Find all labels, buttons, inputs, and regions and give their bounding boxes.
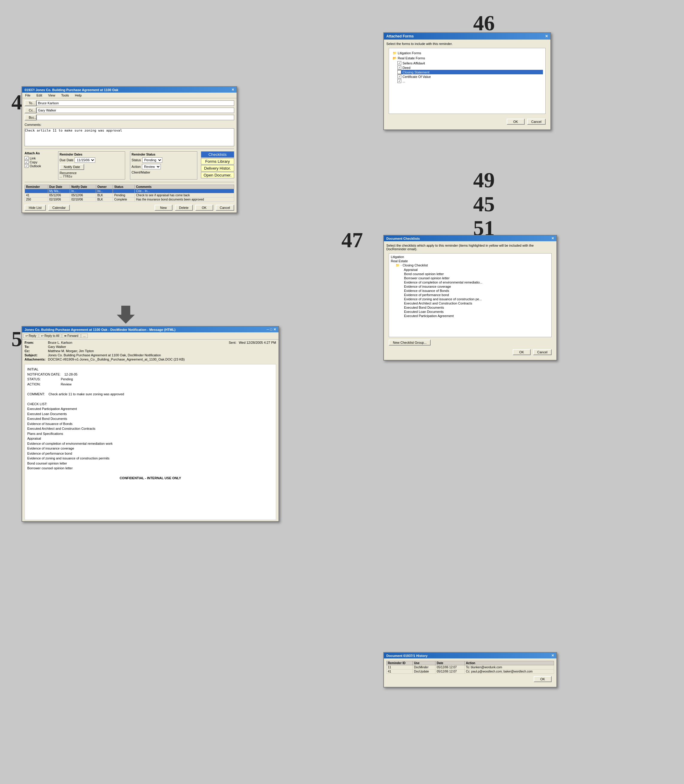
- bcc-button[interactable]: Bcc...: [24, 115, 37, 120]
- cc-value: Matthew M. Morgan; Jim Tipton: [48, 349, 94, 353]
- cl-borrower-counsel[interactable]: Borrower counsel opinion letter: [400, 276, 550, 280]
- checklist-tree: Litigation Real Estate 📁 · Closing Check…: [389, 253, 552, 337]
- number-45: 45: [473, 192, 495, 217]
- table-row[interactable]: 41 05/12/06 05/12/06 BLK Pending Check t…: [25, 193, 234, 197]
- to-button[interactable]: To...: [24, 100, 37, 106]
- attach-copy[interactable]: Copy: [24, 160, 55, 164]
- body-cl-6: Plans and Specifications: [27, 431, 273, 436]
- cl-bond-docs[interactable]: Executed Bond Documents: [400, 306, 550, 310]
- closing-statement-checkbox[interactable]: [397, 70, 401, 74]
- cl-litigation[interactable]: Litigation: [390, 255, 550, 259]
- certificate-of-value-checkbox[interactable]: [397, 74, 401, 79]
- open-document-button[interactable]: Open Documer.: [201, 172, 234, 178]
- close-reminder-window-button[interactable]: ✕: [231, 88, 234, 92]
- new-button[interactable]: New: [155, 205, 173, 211]
- attach-link[interactable]: Link: [24, 156, 55, 160]
- history-ok-button[interactable]: OK: [534, 676, 552, 682]
- tree-litigation-forms[interactable]: 📁 Litigation Forms: [391, 51, 543, 56]
- cl-appraisal[interactable]: Appraisal: [400, 268, 550, 272]
- cl-architect[interactable]: Executed Architect and Construction Cont…: [400, 301, 550, 306]
- email-toolbar-more[interactable]: ...: [81, 333, 88, 338]
- attached-forms-description: Select the forms to include with this re…: [386, 42, 548, 45]
- cl-real-estate[interactable]: Real Estate: [390, 259, 550, 263]
- menu-view[interactable]: View: [48, 93, 56, 97]
- bcc-field[interactable]: [37, 115, 234, 120]
- menu-tools[interactable]: Tools: [60, 93, 69, 97]
- close-checklist-button[interactable]: ✕: [551, 236, 554, 240]
- reminder-titlebar: 01937/ Jones Co. Building Purchase Agree…: [22, 87, 237, 92]
- notify-date-button[interactable]: Notify Date: [60, 164, 84, 170]
- action-select[interactable]: Review: [142, 164, 161, 169]
- attach-outlook[interactable]: Outlook: [24, 164, 55, 168]
- table-row[interactable]: My Ma... In... Ini... Crie... In...: [25, 189, 234, 193]
- reminder-cancel-button[interactable]: Cancel: [216, 205, 234, 211]
- copy-checkbox[interactable]: [24, 160, 29, 164]
- forms-library-button[interactable]: Forms Library: [201, 158, 234, 165]
- reply-all-button[interactable]: ↩ Reply to All: [39, 333, 61, 338]
- link-checkbox[interactable]: [24, 156, 29, 160]
- deed-checkbox[interactable]: [397, 66, 401, 70]
- to-field[interactable]: [37, 100, 234, 106]
- menu-file[interactable]: File: [24, 93, 31, 97]
- status-select[interactable]: Pending: [142, 157, 162, 163]
- close-email-button[interactable]: ✕: [273, 328, 276, 331]
- body-confidential: CONFIDENTIAL - INTERNAL USE ONLY: [27, 475, 273, 481]
- cl-participation[interactable]: Executed Participation Agreement: [400, 314, 550, 318]
- new-checklist-group-button[interactable]: New Checklist Group...: [389, 339, 431, 346]
- other-checkbox[interactable]: [397, 79, 401, 83]
- close-history-button[interactable]: ✕: [551, 654, 554, 658]
- cl-loan-docs[interactable]: Executed Loan Documents: [400, 310, 550, 314]
- body-cl-13: Borrower counsel opinion letter: [27, 466, 273, 471]
- email-body: INITIAL NOTIFICATION DATE: 12-28-05 STAT…: [24, 364, 276, 520]
- cl-zoning[interactable]: Evidence of zoning and issuance of const…: [400, 297, 550, 301]
- cc-button[interactable]: Cc...: [24, 107, 37, 113]
- comments-field[interactable]: Check article 11 to make sure zoning was…: [24, 128, 234, 146]
- history-row[interactable]: 41 DocUpdate 05/12/06 12:07 Cc: paul.p@w…: [387, 669, 554, 674]
- reminder-ok-button[interactable]: OK: [195, 205, 213, 211]
- body-cl-8: Evidence of completion of environmental …: [27, 441, 273, 446]
- cl-insurance[interactable]: Evidence of insurance coverage: [400, 285, 550, 289]
- body-initial: INITIAL: [27, 367, 273, 372]
- forward-button[interactable]: ➡ Forward: [62, 333, 80, 338]
- body-status: STATUS: Pending: [27, 377, 273, 382]
- menu-edit[interactable]: Edit: [36, 93, 43, 97]
- menu-help[interactable]: Help: [74, 93, 82, 97]
- down-arrow: [117, 306, 135, 324]
- delivery-history-button[interactable]: Delivery Histor.: [201, 165, 234, 171]
- outlook-checkbox[interactable]: [24, 164, 29, 168]
- form-deed[interactable]: Deed: [397, 65, 543, 70]
- sent-value: Wed 12/28/2005 4:27 PM: [239, 341, 276, 344]
- attached-forms-cancel-button[interactable]: Cancel: [527, 119, 546, 124]
- email-title: Jones Co. Building Purchase Agreement at…: [24, 328, 176, 331]
- sellers-affidavit-checkbox[interactable]: [397, 61, 401, 65]
- close-attached-forms-button[interactable]: ✕: [545, 34, 548, 38]
- form-sellers-affidavit[interactable]: Sellers Affidavit: [397, 61, 543, 65]
- cl-bonds[interactable]: Evidence of issuance of Bonds: [400, 289, 550, 293]
- delete-button[interactable]: Delete: [175, 205, 193, 211]
- attach-as-label: Attach As: [24, 151, 55, 155]
- form-closing-statement[interactable]: Closing Statement: [397, 70, 543, 74]
- minimize-email-button[interactable]: ─: [267, 328, 269, 331]
- cl-performance-bond[interactable]: Evidence of performance bond: [400, 293, 550, 297]
- reminder-window-title: 01937/ Jones Co. Building Purchase Agree…: [24, 88, 118, 92]
- attached-forms-ok-button[interactable]: OK: [507, 119, 525, 124]
- checklist-ok-button[interactable]: OK: [513, 349, 531, 355]
- maximize-email-button[interactable]: □: [270, 328, 272, 331]
- hide-list-button[interactable]: Hide List: [24, 205, 46, 211]
- checklist-cancel-button[interactable]: Cancel: [533, 349, 552, 355]
- reply-button[interactable]: ↩ Reply: [23, 333, 38, 338]
- tree-real-estate-forms[interactable]: 📂 Real Estate Forms: [391, 56, 543, 61]
- calendar-button[interactable]: Calendar: [48, 205, 70, 211]
- form-certificate-of-value[interactable]: Certificate Of Value: [397, 74, 543, 79]
- history-col-date: Date: [436, 661, 465, 665]
- due-date-select[interactable]: 11/15/06: [74, 157, 95, 163]
- cl-closing-checklist[interactable]: 📁 · Closing Checklist: [395, 263, 550, 268]
- history-row[interactable]: 11 DocMinder 05/12/06 12:07 To: blunken@…: [387, 665, 554, 669]
- table-row[interactable]: 250 02/10/06 02/10/06 BLK Complete Has t…: [25, 197, 234, 202]
- form-other[interactable]: ...: [397, 79, 543, 83]
- cl-environmental[interactable]: Evidence of completion of environmental …: [400, 280, 550, 285]
- body-cl-5: Executed Architect and Construction Cont…: [27, 426, 273, 431]
- cl-bond-counsel[interactable]: Bond counsel opinion letter: [400, 272, 550, 276]
- checklists-button[interactable]: Checklists: [201, 151, 234, 158]
- cc-field[interactable]: [37, 108, 234, 113]
